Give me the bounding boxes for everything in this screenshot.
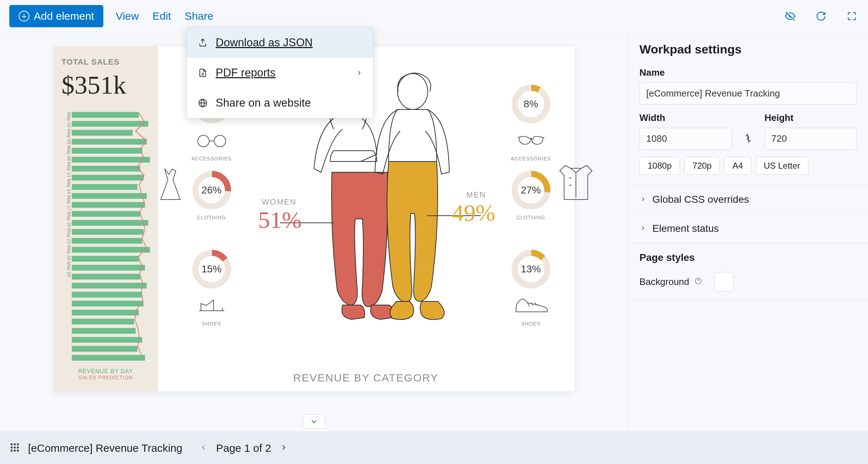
revenue-bar [72, 130, 133, 136]
women-cloth-pct: 26% [190, 169, 233, 212]
height-input[interactable] [765, 128, 857, 150]
revenue-bar [72, 184, 137, 190]
svg-point-2 [398, 74, 428, 109]
men-acc-label: ACCESSORIES [511, 156, 551, 161]
preset-1080p[interactable]: 1080p [639, 157, 680, 175]
women-acc-label: ACCESSORIES [191, 156, 231, 161]
svg-point-5 [198, 135, 209, 147]
global-css-label: Global CSS overrides [652, 194, 749, 205]
view-menu[interactable]: View [114, 7, 140, 25]
preset-us-letter[interactable]: US Letter [756, 157, 808, 175]
share-pdf-reports-label: PDF reports [216, 66, 276, 79]
women-cloth-label: CLOTHING [197, 215, 226, 220]
men-cloth-pct: 27% [510, 169, 553, 212]
svg-rect-21 [11, 446, 13, 448]
footer: [eCommerce] Revenue Tracking Page 1 of 2 [0, 432, 868, 464]
chevron-right-icon [639, 223, 647, 234]
dress-icon [151, 174, 190, 200]
total-sales-label: TOTAL SALES [62, 57, 150, 67]
sunglasses-icon [511, 128, 551, 153]
rev-by-cat-label: REVENUE BY CATEGORY [169, 372, 563, 384]
men-clothing-donut: 27% CLOTHING [502, 169, 560, 220]
page-indicator: Page 1 of 2 [216, 442, 271, 454]
preset-720p[interactable]: 720p [684, 157, 720, 175]
topbar: + Add element View Edit Share [0, 0, 868, 32]
share-on-website[interactable]: Share on a website [187, 88, 373, 118]
preset-a4[interactable]: A4 [724, 157, 751, 175]
edit-menu[interactable]: Edit [151, 7, 173, 25]
sandal-icon [192, 293, 231, 318]
settings-panel: Workpad settings Name Width Height 1080p [628, 32, 868, 432]
svg-point-6 [214, 135, 226, 147]
rev-by-day-label: REVENUE BY DAY [62, 368, 150, 375]
svg-rect-25 [14, 450, 16, 451]
help-icon[interactable] [694, 276, 702, 287]
share-menu-trigger[interactable]: Share [183, 7, 215, 25]
men-accessories-donut: 8% ACCESSORIES [502, 83, 560, 161]
sales-prediction-label: SALES PREDICTION [62, 375, 150, 380]
women-label: WOMEN [262, 197, 297, 207]
eye-off-icon[interactable] [783, 9, 797, 23]
pages-grid-icon[interactable] [9, 442, 20, 454]
share-dropdown: Download as JSON PDF reports Share on a … [187, 27, 373, 118]
women-shoes-pct: 15% [190, 248, 233, 291]
add-element-button[interactable]: + Add element [9, 5, 103, 27]
women-clothing-donut: 26% CLOTHING [183, 169, 240, 220]
men-shoes-pct: 13% [510, 248, 553, 291]
globe-icon [197, 97, 208, 109]
width-label: Width [639, 112, 732, 123]
svg-rect-18 [11, 443, 13, 445]
men-percent: 49% [452, 199, 496, 226]
footer-workpad-name: [eCommerce] Revenue Tracking [28, 442, 182, 454]
plus-icon: + [19, 11, 29, 22]
days-axis: May 02 May 05 May 08 May 11 May 14 May 1… [62, 111, 72, 362]
name-field-label: Name [639, 67, 857, 78]
revenue-bar [72, 328, 136, 334]
svg-rect-24 [11, 450, 13, 451]
total-sales-panel: TOTAL SALES $351k May 02 May 05 May 08 M… [54, 47, 158, 391]
revenue-by-day-chart: May 02 May 05 May 08 May 11 May 14 May 1… [62, 111, 150, 362]
shirt-icon [556, 171, 596, 196]
element-status-label: Element status [652, 223, 719, 234]
men-acc-pct: 8% [510, 83, 553, 126]
share-pdf-reports[interactable]: PDF reports [187, 58, 373, 88]
workpad-name-input[interactable] [639, 83, 857, 104]
swap-dimensions-button[interactable] [740, 127, 756, 149]
sales-prediction-line [128, 111, 150, 362]
men-shoes-label: SHOES [521, 321, 540, 327]
share-download-json-label: Download as JSON [216, 36, 313, 49]
chevron-right-icon [639, 194, 647, 205]
svg-rect-20 [17, 443, 19, 445]
women-shoes-label: SHOES [202, 321, 221, 327]
share-download-json[interactable]: Download as JSON [187, 28, 373, 58]
document-icon [197, 67, 208, 79]
prev-page-button[interactable] [197, 441, 210, 455]
export-icon [197, 37, 208, 48]
chevron-right-icon [356, 66, 363, 79]
sneaker-icon [511, 293, 551, 318]
element-status-accordion[interactable]: Element status [628, 214, 868, 243]
background-color-swatch[interactable] [714, 272, 734, 291]
expand-pages-toggle[interactable] [303, 414, 325, 429]
settings-title: Workpad settings [628, 32, 868, 64]
women-percent: 51% [258, 206, 302, 234]
glasses-icon [192, 128, 231, 153]
width-input[interactable] [639, 128, 732, 150]
svg-rect-22 [14, 446, 16, 448]
total-sales-value: $351k [62, 70, 150, 100]
men-label: MEN [466, 190, 486, 200]
next-page-button[interactable] [278, 441, 290, 455]
men-shoes-donut: 13% SHOES [502, 248, 560, 327]
global-css-accordion[interactable]: Global CSS overrides [628, 185, 868, 214]
refresh-icon[interactable] [814, 9, 828, 23]
svg-rect-23 [17, 446, 19, 448]
share-on-website-label: Share on a website [216, 97, 311, 109]
svg-rect-19 [14, 443, 16, 445]
men-cloth-label: CLOTHING [516, 215, 545, 220]
height-label: Height [765, 112, 857, 123]
revenue-bar [72, 319, 134, 324]
fullscreen-icon[interactable] [845, 9, 859, 23]
background-label: Background [639, 276, 689, 287]
svg-rect-26 [17, 450, 19, 451]
add-element-label: Add element [34, 10, 94, 22]
